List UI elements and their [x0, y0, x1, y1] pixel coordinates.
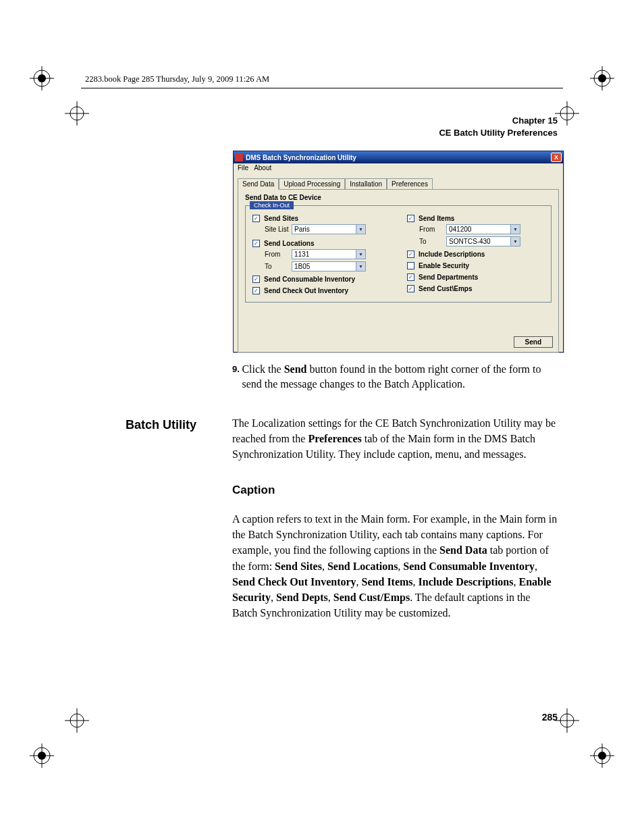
batch-utility-paragraph: The Localization settings for the CE Bat… — [232, 415, 558, 463]
panel-title: Send Data to CE Device — [245, 194, 552, 201]
section-batch-utility: Batch Utility The Localization settings … — [126, 415, 558, 628]
registration-mark-icon — [555, 708, 579, 733]
registration-mark-icon — [555, 101, 579, 126]
label-site-list: Site List — [252, 226, 292, 233]
chapter-title: CE Batch Utility Preferences — [439, 127, 558, 139]
label-loc-to: To — [252, 263, 292, 270]
left-column: Send Sites Site List Paris ▼ Send Locati… — [252, 213, 390, 296]
section-content: The Localization settings for the CE Bat… — [232, 415, 558, 628]
chevron-down-icon: ▼ — [356, 225, 365, 234]
step-number: 9. — [232, 362, 242, 392]
label-send-items: Send Items — [419, 215, 454, 222]
combo-item-to[interactable]: SONTCS-430 ▼ — [446, 236, 520, 246]
combo-item-from[interactable]: 041200 ▼ — [446, 224, 520, 234]
book-header: 2283.book Page 285 Thursday, July 9, 200… — [85, 74, 269, 84]
menubar: File About — [234, 163, 563, 174]
right-column: Send Items From 041200 ▼ To SONTCS-430 — [407, 213, 544, 296]
label-send-depts: Send Departments — [419, 273, 478, 281]
page-number: 285 — [542, 712, 558, 723]
close-icon[interactable]: X — [551, 153, 562, 162]
chevron-down-icon: ▼ — [510, 225, 520, 234]
combo-loc-to[interactable]: 1B05 ▼ — [292, 261, 366, 271]
label-item-to: To — [407, 238, 446, 245]
label-send-locations: Send Locations — [264, 240, 314, 247]
checkbox-send-items[interactable] — [407, 215, 414, 222]
combo-loc-from-value: 1131 — [294, 251, 309, 258]
chapter-header: Chapter 15 CE Batch Utility Preferences — [439, 115, 558, 138]
checkbox-send-checkout[interactable] — [252, 287, 260, 294]
menu-file[interactable]: File — [238, 164, 248, 173]
label-send-cust: Send Cust\Emps — [419, 285, 472, 292]
tabstrip: Send Data Upload Processing Installation… — [238, 178, 559, 189]
checkbox-send-consumable[interactable] — [252, 276, 260, 283]
checkbox-enable-security[interactable] — [407, 262, 414, 269]
registration-mark-icon — [590, 66, 614, 90]
chevron-down-icon: ▼ — [510, 237, 520, 246]
registration-mark-icon — [590, 744, 614, 768]
tab-preferences[interactable]: Preferences — [387, 178, 433, 190]
groupbox-check-in-out: Check In-Out Send Sites Site List Paris … — [245, 205, 552, 303]
side-heading-batch-utility: Batch Utility — [126, 415, 232, 628]
registration-mark-icon — [65, 101, 89, 126]
label-send-checkout: Send Check Out Inventory — [264, 287, 348, 294]
menu-about[interactable]: About — [254, 164, 271, 173]
subheading-caption: Caption — [232, 482, 558, 499]
caption-paragraph: A caption refers to text in the Main for… — [232, 511, 558, 621]
tab-send-data[interactable]: Send Data — [238, 178, 279, 190]
window-title: DMS Batch Synchronization Utility — [246, 154, 356, 161]
label-send-consumable: Send Consumable Inventory — [264, 276, 355, 283]
checkbox-send-cust[interactable] — [407, 285, 414, 292]
combo-item-from-value: 041200 — [449, 226, 471, 233]
app-window: DMS Batch Synchronization Utility X File… — [233, 151, 564, 353]
checkbox-send-depts[interactable] — [407, 273, 414, 281]
send-button[interactable]: Send — [514, 336, 553, 348]
combo-site-list-value: Paris — [294, 226, 310, 233]
label-send-sites: Send Sites — [264, 215, 298, 222]
chevron-down-icon: ▼ — [356, 250, 365, 259]
combo-site-list[interactable]: Paris ▼ — [292, 224, 366, 234]
titlebar: DMS Batch Synchronization Utility X — [234, 151, 563, 163]
combo-loc-from[interactable]: 1131 ▼ — [292, 249, 366, 259]
tab-panel: Send Data to CE Device Check In-Out Send… — [238, 189, 559, 353]
checkbox-send-sites[interactable] — [252, 215, 260, 222]
step-9: 9. Click the Send button found in the bo… — [232, 362, 558, 392]
app-icon — [235, 153, 243, 161]
registration-mark-icon — [30, 66, 54, 90]
label-item-from: From — [407, 226, 446, 233]
header-rule — [81, 88, 563, 88]
tab-upload-processing[interactable]: Upload Processing — [279, 178, 345, 190]
checkbox-include-desc[interactable] — [407, 251, 414, 258]
combo-item-to-value: SONTCS-430 — [449, 238, 491, 245]
step-text: Click the Send button found in the botto… — [242, 362, 558, 392]
label-loc-from: From — [252, 251, 292, 258]
registration-mark-icon — [65, 708, 89, 733]
label-include-desc: Include Descriptions — [419, 251, 485, 258]
chevron-down-icon: ▼ — [356, 262, 365, 271]
label-enable-security: Enable Security — [419, 262, 469, 269]
tab-installation[interactable]: Installation — [345, 178, 387, 190]
combo-loc-to-value: 1B05 — [294, 263, 310, 270]
checkbox-send-locations[interactable] — [252, 240, 260, 247]
registration-mark-icon — [30, 744, 54, 768]
chapter-number: Chapter 15 — [439, 115, 558, 127]
body-area: 9. Click the Send button found in the bo… — [126, 362, 558, 627]
group-legend: Check In-Out — [250, 201, 294, 209]
